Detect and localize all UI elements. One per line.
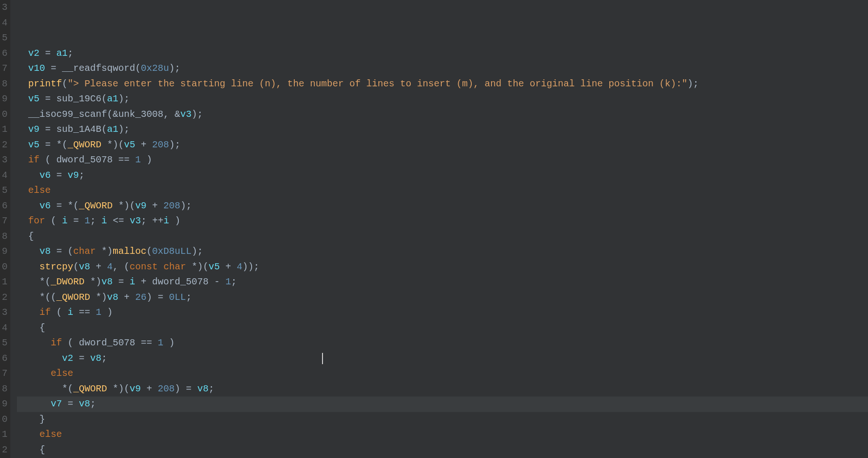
variable: v8 bbox=[90, 353, 101, 364]
code-line[interactable]: if ( dword_5078 == 1 ) bbox=[17, 153, 868, 168]
text: *)( bbox=[186, 261, 208, 272]
text: ( bbox=[135, 63, 141, 74]
code-line[interactable]: v7 = v8; bbox=[17, 397, 868, 412]
code-line[interactable]: v8 = (char *)malloc(0xD8uLL); bbox=[17, 244, 868, 260]
variable: v2 bbox=[28, 48, 39, 59]
builtin-fn: malloc bbox=[113, 246, 146, 257]
text bbox=[17, 200, 39, 211]
text: ) = bbox=[175, 383, 197, 394]
text: ( bbox=[62, 78, 68, 89]
line-number: 2 bbox=[0, 290, 8, 305]
code-line[interactable]: v9 = sub_1A4B(a1); bbox=[17, 122, 868, 137]
text: dword_5078 bbox=[56, 154, 113, 165]
code-line[interactable]: else bbox=[17, 183, 868, 198]
code-editor[interactable]: 345678901234567890123456789012 v2 = a1; … bbox=[0, 0, 868, 458]
line-number: 9 bbox=[0, 92, 8, 107]
text: sub_19C6 bbox=[56, 93, 101, 104]
text: *) bbox=[96, 246, 113, 257]
variable: v5 bbox=[124, 139, 135, 150]
text: + bbox=[135, 139, 152, 150]
keyword: else bbox=[28, 185, 51, 196]
text: __readfsqword bbox=[62, 63, 135, 74]
text: dword_5078 bbox=[79, 337, 135, 348]
text: = bbox=[73, 353, 90, 364]
code-line[interactable]: *(_DWORD *)v8 = i + dword_5078 - 1; bbox=[17, 275, 868, 290]
code-line[interactable]: } bbox=[17, 412, 868, 427]
text bbox=[17, 429, 39, 440]
code-line[interactable]: strcpy(v8 + 4, (const char *)(v5 + 4)); bbox=[17, 260, 868, 275]
keyword: if bbox=[39, 307, 51, 318]
code-line[interactable]: v6 = *(_QWORD *)(v9 + 208); bbox=[17, 198, 868, 214]
variable: v3 bbox=[130, 215, 141, 226]
variable: a1 bbox=[107, 124, 118, 135]
text: <= bbox=[107, 215, 130, 226]
code-line[interactable]: else bbox=[17, 366, 868, 382]
text: { bbox=[17, 322, 45, 333]
text: sub_1A4B bbox=[56, 124, 101, 135]
code-line[interactable]: v5 = sub_19C6(a1); bbox=[17, 92, 868, 107]
code-line[interactable]: v2 = a1; bbox=[17, 46, 868, 61]
text: = ( bbox=[51, 246, 73, 257]
code-line[interactable]: v5 = *(_QWORD *)(v5 + 208); bbox=[17, 137, 868, 153]
text: = bbox=[113, 276, 130, 287]
text: ) bbox=[163, 337, 175, 348]
text bbox=[17, 124, 28, 135]
line-number: 2 bbox=[0, 137, 8, 153]
number: 208 bbox=[163, 200, 180, 211]
builtin-fn: printf bbox=[28, 78, 62, 89]
variable: v5 bbox=[28, 93, 39, 104]
text: + bbox=[141, 383, 158, 394]
line-number: 4 bbox=[0, 168, 8, 183]
code-area[interactable]: v2 = a1; v10 = __readfsqword(0x28u); pri… bbox=[10, 0, 868, 458]
variable: v6 bbox=[39, 170, 51, 181]
keyword: else bbox=[39, 429, 62, 440]
text: unk_3008 bbox=[118, 109, 163, 120]
code-line[interactable]: *((_QWORD *)v8 + 26) = 0LL; bbox=[17, 290, 868, 305]
text: ; bbox=[90, 398, 96, 409]
keyword: char bbox=[73, 246, 96, 257]
variable: i bbox=[101, 215, 107, 226]
text: = bbox=[51, 170, 68, 181]
code-line[interactable]: else bbox=[17, 427, 868, 443]
text: = bbox=[39, 48, 56, 59]
code-line[interactable]: v2 = v8; bbox=[17, 351, 868, 366]
line-number: 6 bbox=[0, 46, 8, 61]
number: 26 bbox=[135, 292, 146, 303]
code-line[interactable]: { bbox=[17, 321, 868, 336]
code-line[interactable]: for ( i = 1; i <= v3; ++i ) bbox=[17, 214, 868, 229]
number: 208 bbox=[158, 383, 175, 394]
code-line[interactable]: printf("> Please enter the starting line… bbox=[17, 76, 868, 92]
line-number: 1 bbox=[0, 427, 8, 443]
variable: v8 bbox=[101, 276, 113, 287]
line-number: 9 bbox=[0, 397, 8, 412]
text: ; bbox=[90, 215, 101, 226]
type: _QWORD bbox=[73, 383, 107, 394]
line-number: 4 bbox=[0, 15, 8, 31]
keyword: if bbox=[28, 154, 39, 165]
text: = bbox=[45, 63, 62, 74]
text: ); bbox=[118, 124, 130, 135]
code-line[interactable]: __isoc99_scanf(&unk_3008, &v3); bbox=[17, 107, 868, 122]
text bbox=[17, 170, 39, 181]
text: - bbox=[208, 276, 225, 287]
text: ); bbox=[169, 63, 180, 74]
code-line[interactable]: if ( dword_5078 == 1 ) bbox=[17, 336, 868, 351]
text: )); bbox=[242, 261, 259, 272]
line-number-gutter: 345678901234567890123456789012 bbox=[0, 0, 10, 458]
line-number: 8 bbox=[0, 76, 8, 92]
code-line[interactable]: if ( i == 1 ) bbox=[17, 305, 868, 321]
line-number: 8 bbox=[0, 382, 8, 397]
code-line[interactable]: { bbox=[17, 229, 868, 244]
number: 4 bbox=[237, 261, 242, 272]
code-line[interactable]: v6 = v9; bbox=[17, 168, 868, 183]
line-number: 5 bbox=[0, 31, 8, 46]
line-number: 0 bbox=[0, 412, 8, 427]
code-line[interactable]: { bbox=[17, 443, 868, 458]
code-line[interactable]: *(_QWORD *)(v9 + 208) = v8; bbox=[17, 382, 868, 397]
text bbox=[17, 139, 28, 150]
text: = *( bbox=[39, 139, 68, 150]
number: 1 bbox=[84, 215, 90, 226]
code-line[interactable]: v10 = __readfsqword(0x28u); bbox=[17, 61, 868, 76]
text bbox=[17, 109, 28, 120]
text bbox=[17, 185, 28, 196]
